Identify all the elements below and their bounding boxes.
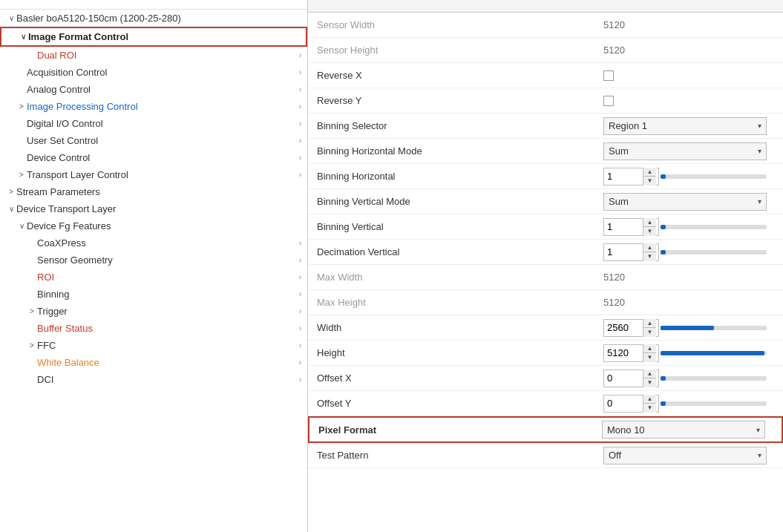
tree-item-label: Digital I/O Control [27,118,299,129]
feature-label-test-pattern: Test Pattern [308,447,597,464]
feature-value-test-pattern[interactable]: Off▾ [597,444,783,467]
spinner-input-binning-horizontal[interactable] [604,168,643,185]
dropdown-binning-vertical-mode[interactable]: Sum▾ [603,193,767,211]
spinner-down-binning-horizontal[interactable]: ▼ [643,177,656,185]
feature-value-height[interactable]: ▲▼ [597,341,783,365]
tree-item-ffc[interactable]: >FFC› [0,337,307,354]
checkbox-reverse-y[interactable] [603,96,614,106]
tree-item-transport-layer-control[interactable]: >Transport Layer Control› [0,166,307,183]
chevron-icon: ∨ [6,205,16,213]
spinner-down-binning-vertical[interactable]: ▼ [643,227,656,236]
slider-fill-decimation-vertical [661,250,666,254]
feature-row-sensor-height: Sensor Height5120 [308,38,783,63]
rows-container: Sensor Width5120Sensor Height5120Reverse… [308,13,783,468]
spinner-down-width[interactable]: ▼ [643,328,656,337]
spinner-down-decimation-vertical[interactable]: ▼ [643,252,656,261]
slider-track-offset-x[interactable] [661,376,767,381]
tree-item-device-control[interactable]: Device Control› [0,149,307,166]
feature-label-binning-horizontal-mode: Binning Horizontal Mode [308,142,597,160]
feature-value-binning-vertical[interactable]: ▲▼ [597,215,783,239]
spinner-input-width[interactable] [604,320,643,336]
dropdown-test-pattern[interactable]: Off▾ [603,447,767,464]
arrow-right-icon: › [299,171,301,179]
tree-item-user-set-control[interactable]: User Set Control› [0,132,307,149]
checkbox-reverse-x[interactable] [603,70,614,81]
spinner-decimation-vertical[interactable]: ▲▼ [603,243,659,261]
arrow-right-icon: › [299,256,301,264]
feature-label-sensor-height: Sensor Height [308,42,597,59]
spinner-input-decimation-vertical[interactable] [604,244,643,260]
spinner-input-binning-vertical[interactable] [604,219,643,235]
feature-value-sensor-height: 5120 [597,42,783,59]
spinner-down-height[interactable]: ▼ [643,353,656,362]
dropdown-binning-selector[interactable]: Region 1▾ [603,117,767,135]
tree-item-buffer-status[interactable]: Buffer Status› [0,320,307,337]
feature-value-binning-vertical-mode[interactable]: Sum▾ [597,190,783,214]
feature-value-offset-y[interactable]: ▲▼ [597,392,783,416]
spinner-input-offset-x[interactable] [604,370,643,387]
feature-value-reverse-y[interactable] [597,93,783,109]
slider-track-offset-y[interactable] [661,401,767,406]
dropdown-pixel-format[interactable]: Mono 10▾ [602,421,765,439]
dropdown-binning-horizontal-mode[interactable]: Sum▾ [603,142,767,160]
spinner-up-offset-x[interactable]: ▲ [643,370,656,379]
spinner-down-offset-y[interactable]: ▼ [643,404,656,413]
spinner-up-height[interactable]: ▲ [643,344,656,354]
feature-value-binning-selector[interactable]: Region 1▾ [597,114,783,138]
tree-item-sensor-geometry[interactable]: Sensor Geometry› [0,252,307,269]
spinner-up-width[interactable]: ▲ [643,319,656,329]
tree-item-image-format-control[interactable]: ∨Image Format Control [0,27,307,47]
tree-item-digital-io-control[interactable]: Digital I/O Control› [0,115,307,132]
slider-track-decimation-vertical[interactable] [661,250,767,254]
tree-item-image-processing-control[interactable]: >Image Processing Control› [0,98,307,115]
spinner-buttons-binning-horizontal: ▲▼ [643,168,656,185]
arrow-right-icon: › [299,102,301,111]
feature-value-decimation-vertical[interactable]: ▲▼ [597,240,783,264]
slider-track-width[interactable] [661,326,767,330]
slider-track-height[interactable] [661,351,767,355]
feature-value-pixel-format[interactable]: Mono 10▾ [596,418,782,441]
tree-item-label: Dual ROI [37,50,299,61]
spinner-input-offset-y[interactable] [604,395,643,412]
tree-item-dual-roi[interactable]: Dual ROI› [0,47,307,64]
tree-item-analog-control[interactable]: Analog Control› [0,81,307,98]
tree-item-white-balance[interactable]: White Balance› [0,354,307,371]
spinner-up-binning-vertical[interactable]: ▲ [643,218,656,228]
spinner-binning-vertical[interactable]: ▲▼ [603,218,659,236]
spinner-offset-x[interactable]: ▲▼ [603,370,659,387]
tree-item-roi[interactable]: ROI› [0,269,307,286]
value-column-header [597,4,783,7]
spinner-up-offset-y[interactable]: ▲ [643,395,656,404]
tree-item-dci[interactable]: DCI› [0,371,307,388]
spinner-binning-horizontal[interactable]: ▲▼ [603,168,659,185]
feature-row-binning-vertical: Binning Vertical▲▼ [308,214,783,240]
tree-item-device-fg-features[interactable]: ∨Device Fg Features [0,217,307,234]
spinner-up-decimation-vertical[interactable]: ▲ [643,243,656,253]
spinner-offset-y[interactable]: ▲▼ [603,395,659,413]
spinner-up-binning-horizontal[interactable]: ▲ [643,168,656,177]
tree-item-stream-parameters[interactable]: >Stream Parameters [0,183,307,200]
slider-fill-offset-y [661,401,666,406]
tree-item-acquisition-control[interactable]: Acquisition Control› [0,64,307,81]
value-text-max-width: 5120 [603,272,625,283]
tree-item-trigger[interactable]: >Trigger› [0,303,307,320]
tree-item-device-transport-layer[interactable]: ∨Device Transport Layer [0,200,307,217]
tree-item-coaxpress[interactable]: CoaXPress› [0,234,307,252]
spinner-input-height[interactable] [604,345,643,361]
feature-value-binning-horizontal[interactable]: ▲▼ [597,165,783,188]
feature-value-reverse-x[interactable] [597,68,783,84]
dropdown-arrow-icon: ▾ [758,451,761,459]
slider-track-binning-vertical[interactable] [661,225,767,229]
spinner-buttons-width: ▲▼ [643,319,656,337]
spinner-width[interactable]: ▲▼ [603,319,659,337]
feature-value-offset-x[interactable]: ▲▼ [597,367,783,390]
tree-item-basler[interactable]: ∨Basler boA5120-150cm (1200-25-280) [0,10,307,27]
slider-fill-offset-x [661,376,666,381]
slider-track-binning-horizontal[interactable] [661,174,767,179]
feature-value-binning-horizontal-mode[interactable]: Sum▾ [597,139,783,163]
arrow-right-icon: › [299,119,301,128]
spinner-down-offset-x[interactable]: ▼ [643,378,656,387]
tree-item-binning[interactable]: Binning› [0,286,307,303]
spinner-height[interactable]: ▲▼ [603,344,659,362]
feature-value-width[interactable]: ▲▼ [597,316,783,340]
